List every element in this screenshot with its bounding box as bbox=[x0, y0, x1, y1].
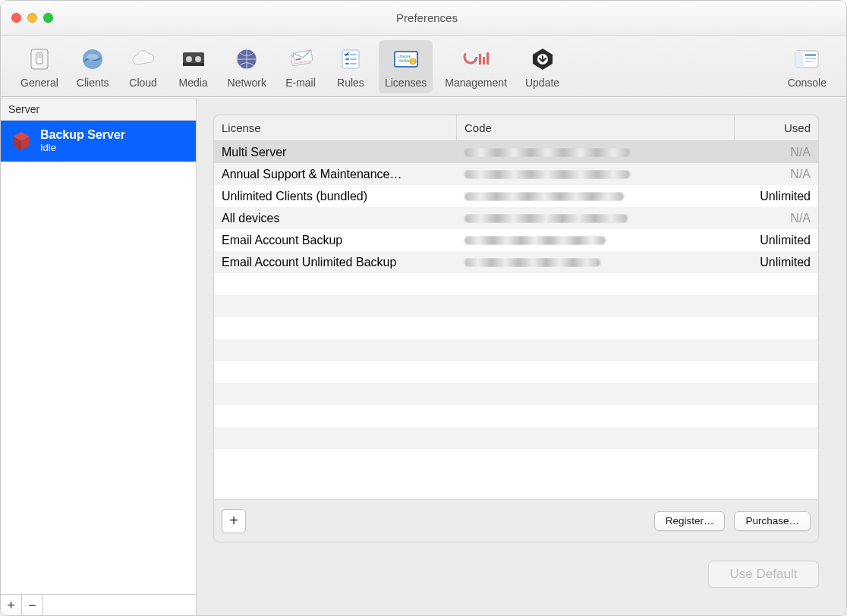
svg-rect-27 bbox=[805, 58, 816, 59]
table-row bbox=[214, 295, 818, 317]
svg-rect-2 bbox=[36, 53, 43, 58]
cell-license: All devices bbox=[214, 212, 457, 225]
cell-code bbox=[457, 214, 735, 223]
sidebar-header: Server bbox=[1, 98, 196, 121]
cell-code bbox=[457, 258, 735, 267]
toolbar-label: Update bbox=[525, 77, 559, 89]
svg-text:Verified: Verified bbox=[398, 58, 411, 63]
table-row bbox=[214, 273, 818, 295]
sidebar: Server Backup Server Idle + − bbox=[1, 98, 197, 615]
col-used[interactable]: Used bbox=[735, 115, 818, 140]
cell-license: Unlimited Clients (bundled) bbox=[214, 190, 457, 203]
toolbar-label: Rules bbox=[337, 77, 364, 89]
cell-used: Unlimited bbox=[735, 234, 818, 247]
traffic-lights bbox=[11, 13, 53, 23]
svg-point-6 bbox=[186, 56, 192, 62]
mail-icon bbox=[285, 43, 316, 75]
toolbar-label: Licenses bbox=[385, 77, 427, 89]
window-title: Preferences bbox=[53, 11, 801, 24]
toolbar-label: Network bbox=[228, 77, 266, 89]
preferences-window: Preferences General Clients Cloud bbox=[0, 0, 847, 616]
svg-point-7 bbox=[195, 56, 201, 62]
toolbar-item-licenses[interactable]: LicenseVerified Licenses bbox=[379, 40, 433, 93]
table-row[interactable]: Annual Support & Maintenance…N/A bbox=[214, 163, 818, 185]
redacted-code bbox=[464, 192, 624, 201]
panel-footer: + Register… Purchase… bbox=[214, 499, 818, 542]
toolbar-item-media[interactable]: Media bbox=[172, 40, 216, 93]
svg-rect-22 bbox=[486, 52, 489, 64]
sidebar-item-server[interactable]: Backup Server Idle bbox=[1, 121, 196, 162]
table-row bbox=[214, 405, 818, 427]
toolbar-item-general[interactable]: General bbox=[14, 40, 65, 93]
close-button[interactable] bbox=[11, 13, 21, 23]
server-subtitle: Idle bbox=[40, 142, 125, 154]
licenses-table-body[interactable]: Multi ServerN/AAnnual Support & Maintena… bbox=[214, 141, 818, 499]
purchase-button[interactable]: Purchase… bbox=[734, 511, 811, 531]
cell-code bbox=[457, 236, 735, 245]
cell-used: N/A bbox=[735, 212, 818, 225]
register-button[interactable]: Register… bbox=[654, 511, 726, 531]
toolbar-item-console[interactable]: Console bbox=[782, 40, 833, 93]
svg-rect-26 bbox=[805, 54, 816, 56]
sidebar-remove-button[interactable]: − bbox=[22, 595, 43, 616]
svg-rect-28 bbox=[805, 61, 813, 62]
table-row[interactable]: Multi ServerN/A bbox=[214, 141, 818, 163]
redacted-code bbox=[464, 236, 606, 245]
col-license[interactable]: License bbox=[214, 115, 457, 140]
globe-icon bbox=[77, 43, 109, 75]
cell-license: Email Account Unlimited Backup bbox=[214, 256, 457, 269]
dashboard-icon bbox=[460, 43, 492, 75]
cell-code bbox=[457, 148, 735, 157]
redacted-code bbox=[464, 258, 600, 267]
toolbar-item-management[interactable]: Management bbox=[439, 40, 513, 93]
cell-code bbox=[457, 192, 735, 201]
cell-used: Unlimited bbox=[735, 190, 818, 203]
table-row bbox=[214, 317, 818, 339]
toolbar-item-network[interactable]: Network bbox=[222, 40, 272, 93]
svg-rect-25 bbox=[795, 51, 803, 68]
zoom-button[interactable] bbox=[43, 13, 53, 23]
table-row[interactable]: All devicesN/A bbox=[214, 207, 818, 229]
toolbar-item-email[interactable]: E-mail bbox=[279, 40, 323, 93]
table-row[interactable]: Email Account Unlimited BackupUnlimited bbox=[214, 251, 818, 273]
toolbar-item-cloud[interactable]: Cloud bbox=[121, 40, 165, 93]
cell-license: Multi Server bbox=[214, 146, 457, 159]
table-row bbox=[214, 361, 818, 383]
licenses-panel: License Code Used Multi ServerN/AAnnual … bbox=[213, 115, 819, 542]
toolbar-label: Clients bbox=[77, 77, 109, 89]
cell-license: Annual Support & Maintenance… bbox=[214, 168, 457, 181]
svg-point-19 bbox=[464, 51, 477, 63]
update-icon bbox=[527, 43, 559, 75]
toolbar: General Clients Cloud Media bbox=[1, 36, 846, 97]
tape-icon bbox=[178, 43, 209, 75]
console-icon bbox=[791, 43, 823, 75]
svg-rect-8 bbox=[183, 63, 204, 66]
table-row bbox=[214, 339, 818, 361]
cell-used: Unlimited bbox=[735, 256, 818, 269]
minimize-button[interactable] bbox=[27, 13, 37, 23]
toolbar-label: Management bbox=[445, 77, 507, 89]
cell-used: N/A bbox=[735, 168, 818, 181]
cell-code bbox=[457, 170, 735, 179]
toolbar-item-clients[interactable]: Clients bbox=[71, 40, 115, 93]
titlebar: Preferences bbox=[1, 1, 846, 36]
col-code[interactable]: Code bbox=[457, 115, 735, 140]
toolbar-item-update[interactable]: Update bbox=[519, 40, 565, 93]
cell-license: Email Account Backup bbox=[214, 234, 457, 247]
table-row[interactable]: Email Account BackupUnlimited bbox=[214, 229, 818, 251]
use-default-button[interactable]: Use Default bbox=[708, 561, 819, 588]
licenses-table-header: License Code Used bbox=[214, 115, 818, 141]
table-row[interactable]: Unlimited Clients (bundled)Unlimited bbox=[214, 185, 818, 207]
svg-rect-20 bbox=[479, 54, 481, 64]
toolbar-label: E-mail bbox=[285, 77, 316, 89]
sidebar-footer: + − bbox=[1, 594, 196, 615]
rules-icon bbox=[335, 43, 367, 75]
toolbar-item-rules[interactable]: Rules bbox=[329, 40, 373, 93]
sidebar-add-button[interactable]: + bbox=[1, 595, 22, 616]
switch-icon bbox=[24, 43, 55, 75]
toolbar-label: Media bbox=[179, 77, 208, 89]
cell-used: N/A bbox=[735, 146, 818, 159]
redacted-code bbox=[464, 148, 630, 157]
table-row bbox=[214, 427, 818, 449]
add-license-button[interactable]: + bbox=[222, 509, 246, 533]
